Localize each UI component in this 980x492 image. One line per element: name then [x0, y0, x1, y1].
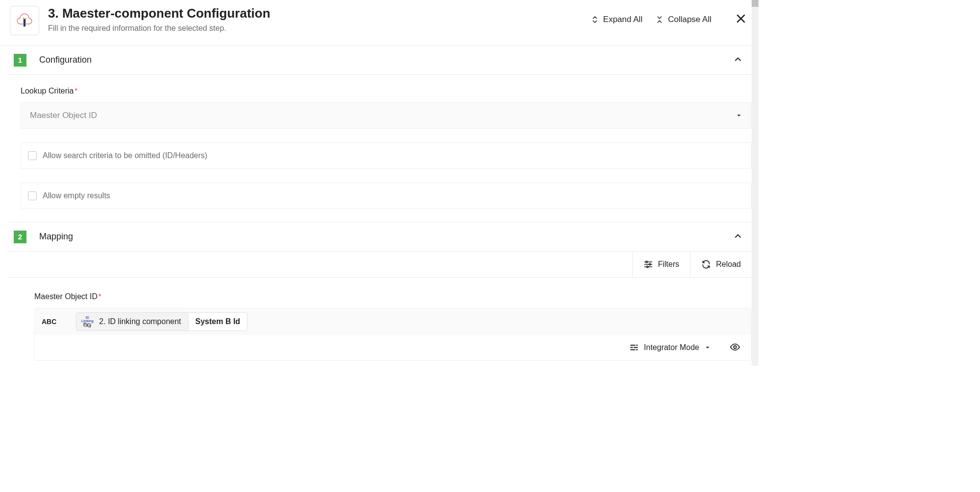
id-linking-icon: ID Linking	[79, 316, 95, 328]
preview-button[interactable]	[728, 340, 742, 356]
checkbox-label: Allow empty results	[43, 191, 110, 200]
caret-down-icon	[735, 112, 742, 119]
mapping-field-box: ABC ID Linking 2. ID linking component S…	[34, 308, 752, 361]
lookup-criteria-label: Lookup Criteria	[21, 87, 74, 95]
svg-point-14	[734, 346, 736, 349]
svg-rect-13	[636, 349, 637, 350]
mapping-value-row[interactable]: ABC ID Linking 2. ID linking component S…	[35, 308, 751, 335]
svg-rect-1	[23, 18, 24, 20]
svg-rect-8	[631, 345, 636, 346]
collapse-icon	[655, 15, 664, 24]
mode-icon	[629, 343, 639, 352]
scrollbar-thumb[interactable]	[752, 0, 759, 7]
allow-empty-results-checkbox[interactable]	[28, 191, 37, 200]
section-collapse-toggle[interactable]	[731, 229, 745, 244]
required-asterisk: *	[98, 292, 101, 300]
reload-button[interactable]: Reload	[690, 252, 752, 277]
component-logo	[10, 6, 39, 35]
type-abc-badge: ABC	[41, 317, 57, 327]
eye-icon	[730, 342, 740, 352]
lookup-criteria-select[interactable]: Maester Object ID	[21, 102, 752, 129]
section-title: Mapping	[39, 232, 731, 242]
section-mapping-header[interactable]: 2 Mapping	[7, 222, 752, 251]
allow-omit-criteria-checkbox[interactable]	[28, 151, 37, 160]
svg-point-4	[649, 263, 650, 265]
checkbox-label: Allow search criteria to be omitted (ID/…	[43, 151, 207, 160]
mapping-chip-source: ID Linking 2. ID linking component	[76, 313, 188, 330]
mapping-footer: Integrator Mode	[35, 335, 751, 360]
scrollbar-track[interactable]	[752, 0, 759, 366]
page-subtitle: Fill in the required information for the…	[48, 24, 586, 33]
page-header: 3. Maester-component Configuration Fill …	[0, 0, 759, 46]
section-title: Configuration	[39, 55, 731, 65]
select-value: Maester Object ID	[30, 111, 97, 120]
mapping-chip[interactable]: ID Linking 2. ID linking component Syste…	[76, 312, 247, 331]
allow-empty-results-row[interactable]: Allow empty results	[21, 183, 752, 209]
filters-icon	[643, 259, 653, 269]
chip-field-label: System B Id	[188, 314, 247, 329]
section-configuration-body: Lookup Criteria* Maester Object ID Allow…	[0, 75, 759, 222]
chevron-up-icon	[733, 231, 743, 241]
expand-icon	[590, 15, 599, 24]
svg-rect-2	[25, 18, 26, 20]
section-collapse-toggle[interactable]	[731, 52, 745, 68]
collapse-all-button[interactable]: Collapse All	[650, 12, 716, 27]
mapping-field-label: Maester Object ID	[34, 292, 98, 301]
svg-point-3	[646, 261, 647, 262]
svg-point-5	[646, 266, 648, 267]
svg-rect-10	[631, 347, 633, 348]
svg-rect-9	[636, 345, 637, 346]
section-mapping-body: Maester Object ID* ABC ID Linking 2. ID …	[0, 278, 759, 366]
svg-rect-11	[634, 347, 637, 348]
filters-button[interactable]: Filters	[632, 252, 690, 277]
allow-omit-criteria-row[interactable]: Allow search criteria to be omitted (ID/…	[21, 142, 752, 169]
chip-source-label: 2. ID linking component	[99, 317, 181, 326]
section-configuration-header[interactable]: 1 Configuration	[7, 46, 752, 75]
section-number-badge: 1	[14, 54, 26, 67]
page-title: 3. Maester-component Configuration	[48, 6, 586, 21]
reload-icon	[701, 259, 711, 269]
close-button[interactable]	[733, 11, 749, 28]
section-number-badge: 2	[14, 231, 26, 243]
svg-rect-0	[24, 19, 25, 27]
close-icon	[735, 13, 747, 24]
required-asterisk: *	[75, 87, 77, 94]
chevron-up-icon	[733, 54, 743, 64]
mapping-toolbar: Filters Reload	[7, 251, 752, 278]
integrator-mode-button[interactable]: Integrator Mode	[629, 343, 711, 352]
caret-down-icon	[704, 344, 711, 351]
expand-all-button[interactable]: Expand All	[586, 12, 647, 27]
svg-rect-12	[631, 349, 636, 350]
